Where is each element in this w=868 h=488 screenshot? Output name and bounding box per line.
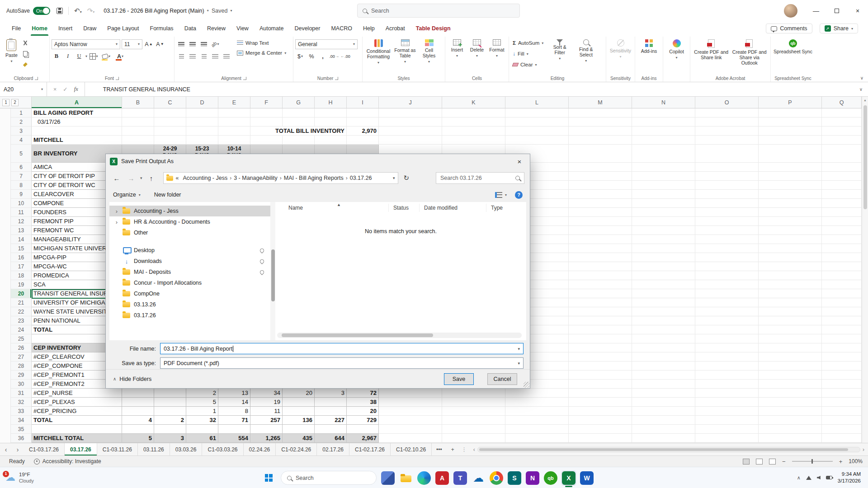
- minimize-button[interactable]: —: [806, 0, 826, 21]
- horizontal-scroll-thumb[interactable]: [479, 448, 848, 451]
- cell-M36[interactable]: [569, 434, 632, 443]
- sheet-tab-03-03-26[interactable]: 03.03.26: [170, 443, 203, 455]
- autosum-button[interactable]: ΣAutoSum▾: [511, 38, 545, 48]
- sensitivity-button[interactable]: Sensitivity▾: [608, 38, 633, 75]
- row-header-7[interactable]: 7: [11, 172, 32, 181]
- clear-button[interactable]: Clear▾: [511, 60, 545, 70]
- cell-N29[interactable]: [632, 371, 695, 380]
- weather-widget[interactable]: ☁1 19°F Cloudy: [0, 472, 72, 483]
- cell-C36[interactable]: 3: [154, 434, 186, 443]
- cell-N27[interactable]: [632, 352, 695, 361]
- cell-A2[interactable]: 03/17/26: [32, 117, 122, 127]
- cell-K4[interactable]: [442, 136, 505, 145]
- cell-M24[interactable]: [569, 325, 632, 334]
- cell-O33[interactable]: [695, 407, 759, 416]
- cell-N31[interactable]: [632, 389, 695, 398]
- cell-G1[interactable]: [283, 108, 315, 117]
- cell-M30[interactable]: [569, 380, 632, 389]
- cell-N5[interactable]: [632, 145, 695, 163]
- cell-N32[interactable]: [632, 398, 695, 407]
- row-header-24[interactable]: 24: [11, 325, 32, 334]
- cell-Q20[interactable]: [822, 289, 862, 298]
- cell-M18[interactable]: [569, 271, 632, 280]
- cell-P4[interactable]: [759, 136, 822, 145]
- cell-Q9[interactable]: [822, 190, 862, 199]
- ribbon-tab-acrobat[interactable]: Acrobat: [380, 21, 410, 36]
- copy-button[interactable]: [20, 49, 31, 59]
- row-header-31[interactable]: 31: [11, 389, 32, 398]
- column-header-O[interactable]: O: [695, 97, 759, 108]
- cell-O21[interactable]: [695, 298, 759, 307]
- list-column-name[interactable]: Name: [275, 204, 388, 212]
- cell-O3[interactable]: [695, 127, 759, 136]
- cell-C2[interactable]: [154, 117, 186, 127]
- cell-P17[interactable]: [759, 262, 822, 271]
- cell-P3[interactable]: [759, 127, 822, 136]
- cell-N13[interactable]: [632, 226, 695, 235]
- cell-A31[interactable]: #CEP_NURSE: [32, 389, 122, 398]
- scroll-up-icon[interactable]: ▲: [863, 97, 867, 102]
- cell-E32[interactable]: 14: [218, 398, 250, 407]
- ribbon-tab-view[interactable]: View: [231, 21, 254, 36]
- row-header-12[interactable]: 12: [11, 217, 32, 226]
- cell-D2[interactable]: [186, 117, 218, 127]
- cell-P34[interactable]: [759, 416, 822, 425]
- cell-O8[interactable]: [695, 181, 759, 190]
- cell-C4[interactable]: [154, 136, 186, 145]
- column-header-D[interactable]: D: [186, 97, 218, 108]
- tree-item-concur-import-allocations[interactable]: Concur - Import Allocations: [109, 277, 270, 288]
- cell-O11[interactable]: [695, 208, 759, 217]
- cell-P19[interactable]: [759, 280, 822, 289]
- breadcrumb[interactable]: « Accounting - Jess›3 - ManageAbility›MA…: [163, 172, 398, 184]
- dialog-search-input[interactable]: Search 03.17.26: [436, 172, 524, 184]
- format-cells-button[interactable]: Format▾: [487, 38, 507, 75]
- ribbon-tab-developer[interactable]: Developer: [289, 21, 326, 36]
- column-header-M[interactable]: M: [569, 97, 632, 108]
- network-icon[interactable]: [806, 476, 811, 480]
- save-icon[interactable]: [57, 8, 63, 14]
- outline-level-button-2[interactable]: 2: [11, 99, 19, 106]
- cell-D3[interactable]: [186, 127, 218, 136]
- cell-F35[interactable]: [250, 425, 283, 434]
- cell-C1[interactable]: [154, 108, 186, 117]
- format-painter-button[interactable]: [20, 60, 31, 70]
- cell-K34[interactable]: [442, 416, 505, 425]
- formula-input[interactable]: TRANSIT GENERAL INSURANCE: [85, 86, 859, 93]
- row-header-23[interactable]: 23: [11, 316, 32, 325]
- column-header-Q[interactable]: Q: [822, 97, 862, 108]
- align-left-button[interactable]: [176, 52, 186, 61]
- close-button[interactable]: ×: [847, 0, 868, 21]
- conditional-formatting-button[interactable]: Conditional Formatting▾: [364, 38, 392, 75]
- cell-O34[interactable]: [695, 416, 759, 425]
- cell-D34[interactable]: 32: [186, 416, 218, 425]
- cell-A1[interactable]: BILL AGING REPORT: [32, 108, 122, 117]
- up-icon[interactable]: ↑: [146, 173, 157, 183]
- cell-G33[interactable]: [283, 407, 315, 416]
- cell-I32[interactable]: 38: [347, 398, 379, 407]
- row-header-32[interactable]: 32: [11, 398, 32, 407]
- row-header-18[interactable]: 18: [11, 271, 32, 280]
- cell-F33[interactable]: 11: [250, 407, 283, 416]
- row-header-9[interactable]: 9: [11, 190, 32, 199]
- cell-K2[interactable]: [442, 117, 505, 127]
- recent-locations-icon[interactable]: ▾: [140, 176, 142, 180]
- cell-N24[interactable]: [632, 325, 695, 334]
- cell-P29[interactable]: [759, 371, 822, 380]
- tree-item-03-17-26[interactable]: 03.17.26: [109, 310, 270, 321]
- sheet-tab-c1-02-17-26[interactable]: C1-02.17.26: [349, 443, 391, 455]
- cell-K33[interactable]: [442, 407, 505, 416]
- cell-P7[interactable]: [759, 172, 822, 181]
- cell-N30[interactable]: [632, 380, 695, 389]
- cell-P33[interactable]: [759, 407, 822, 416]
- cell-K32[interactable]: [442, 398, 505, 407]
- tray-chevron-icon[interactable]: ∧: [797, 475, 801, 481]
- cell-Q4[interactable]: [822, 136, 862, 145]
- avatar[interactable]: [784, 4, 797, 18]
- cell-M35[interactable]: [569, 425, 632, 434]
- ribbon-tab-file[interactable]: File: [6, 21, 26, 36]
- battery-icon[interactable]: [826, 476, 832, 479]
- cell-P9[interactable]: [759, 190, 822, 199]
- cell-M6[interactable]: [569, 163, 632, 172]
- cell-Q26[interactable]: [822, 343, 862, 352]
- row-header-5[interactable]: 5: [11, 145, 32, 163]
